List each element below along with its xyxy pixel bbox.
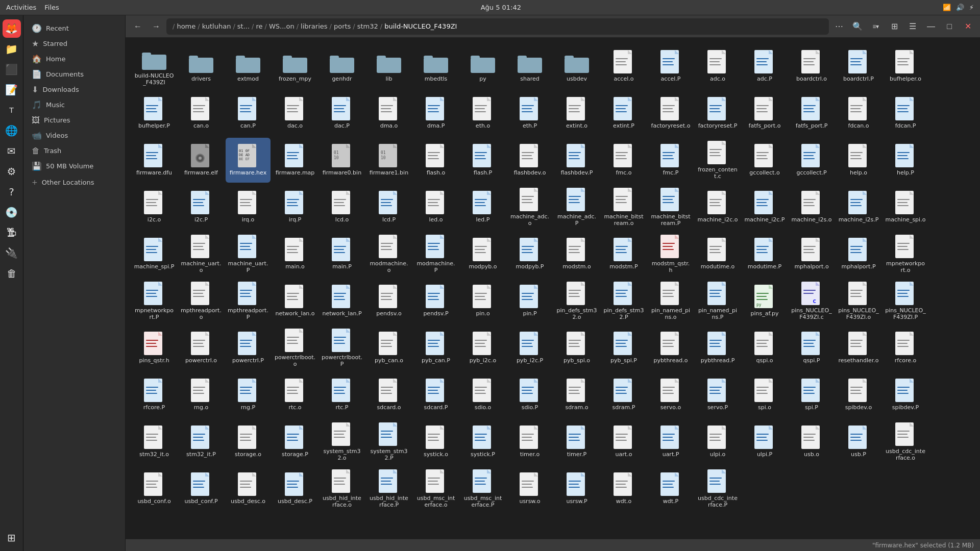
file-item[interactable]: systick.o (413, 419, 458, 464)
file-item[interactable]: powerctrl.P (226, 325, 271, 370)
file-item[interactable]: lcd.P (366, 185, 411, 230)
file-item[interactable]: machine_i2s.o (789, 185, 834, 230)
file-item[interactable]: drivers (179, 44, 224, 89)
file-item[interactable]: irq.P (273, 185, 317, 230)
file-item[interactable]: 01 10 firmware0.bin (320, 138, 364, 183)
file-item[interactable]: main.o (273, 232, 317, 277)
minimize-button[interactable]: — (923, 18, 939, 35)
file-item[interactable]: system_stm32.o (320, 419, 364, 464)
breadcrumb-kutluhan[interactable]: kutluhan (202, 22, 231, 30)
sidebar-item-music[interactable]: 🎵 Music (26, 97, 123, 112)
file-item[interactable]: powerctrlboot.o (273, 325, 317, 370)
file-item[interactable]: pendsv.P (413, 279, 458, 323)
breadcrumb-st[interactable]: st... (237, 22, 250, 30)
file-item[interactable]: 01 10 firmware1.bin (366, 138, 411, 183)
file-item[interactable]: genhdr (320, 44, 364, 89)
file-item[interactable]: firmware.dfu (132, 138, 177, 183)
file-item[interactable]: rtc.o (273, 372, 317, 417)
breadcrumb-home[interactable]: home (177, 22, 195, 30)
hamburger-menu-button[interactable]: ☰ (904, 18, 921, 35)
file-item[interactable]: mphalport.o (789, 232, 834, 277)
file-item[interactable]: pybthread.P (695, 325, 740, 370)
file-item[interactable]: sdram.P (601, 372, 646, 417)
file-item[interactable]: bufhelper.P (132, 91, 177, 136)
file-item[interactable]: machine_spi.o (883, 185, 928, 230)
file-item[interactable]: modpyb.o (460, 232, 505, 277)
file-item[interactable]: usbd_conf.o (132, 466, 177, 511)
file-item[interactable]: pyb_spi.o (554, 325, 599, 370)
file-item[interactable]: pins_NUCLEO_F439ZI.P (883, 279, 928, 323)
file-item[interactable]: firmware.map (273, 138, 317, 183)
file-item[interactable]: pendsv.o (366, 279, 411, 323)
file-item[interactable]: pins_NUCLEO_F439ZI.o (836, 279, 881, 323)
file-item[interactable]: timer.P (554, 419, 599, 464)
mail-icon[interactable]: ✉ (3, 142, 21, 160)
file-item[interactable]: fdcan.o (836, 91, 881, 136)
breadcrumb-stm32[interactable]: stm32 (357, 22, 378, 30)
file-item[interactable]: bufhelper.o (883, 44, 928, 89)
file-item[interactable]: pybthread.o (648, 325, 693, 370)
file-item[interactable]: dac.P (320, 91, 364, 136)
file-item[interactable]: spi.o (742, 372, 787, 417)
file-item[interactable]: extint.P (601, 91, 646, 136)
sidebar-item-starred[interactable]: ★ Starred (26, 36, 123, 51)
file-item[interactable]: flash.o (413, 138, 458, 183)
file-item[interactable]: adc.P (742, 44, 787, 89)
file-item[interactable]: usbd_msc_interface.o (413, 466, 458, 511)
overflow-menu-button[interactable]: ⋯ (831, 18, 847, 35)
file-item[interactable]: pin_named_pins.P (695, 279, 740, 323)
file-item[interactable]: rtc.P (320, 372, 364, 417)
file-item[interactable]: usbd_desc.o (226, 466, 271, 511)
file-item[interactable]: machine_bitstream.o (601, 185, 646, 230)
file-item[interactable]: sdcard.o (366, 372, 411, 417)
file-item[interactable]: main.P (320, 232, 364, 277)
close-button[interactable]: ✕ (960, 18, 976, 35)
sidebar-item-pictures[interactable]: 🖼 Pictures (26, 113, 123, 128)
sidebar-item-trash[interactable]: 🗑 Trash (26, 143, 123, 158)
file-item[interactable]: machine_i2c.o (695, 185, 740, 230)
sidebar-item-downloads[interactable]: ⬇ Downloads (26, 82, 123, 97)
file-item[interactable]: shared (507, 44, 552, 89)
file-item[interactable]: usbd_hid_interface.P (366, 466, 411, 511)
file-item[interactable]: pyb_i2c.P (507, 325, 552, 370)
file-item[interactable]: fmc.P (648, 138, 693, 183)
file-item[interactable]: usbd_hid_interface.o (320, 466, 364, 511)
file-item[interactable]: machine_uart.P (226, 232, 271, 277)
text-editor-icon[interactable]: 📝 (3, 81, 21, 99)
file-item[interactable]: usbdev (554, 44, 599, 89)
file-item[interactable]: pin.P (507, 279, 552, 323)
view-list-button[interactable]: ≡▾ (868, 18, 884, 35)
file-item[interactable]: system_stm32.P (366, 419, 411, 464)
file-item[interactable]: pin_defs_stm32.o (554, 279, 599, 323)
file-item[interactable]: factoryreset.o (648, 91, 693, 136)
file-item[interactable]: accel.o (601, 44, 646, 89)
file-item[interactable]: qspi.P (789, 325, 834, 370)
file-item[interactable]: usbd_cdc_interface.o (883, 419, 928, 464)
breadcrumb-ports[interactable]: ports (334, 22, 351, 30)
file-item[interactable]: machine_adc.o (507, 185, 552, 230)
settings-icon[interactable]: ⚙ (3, 162, 21, 181)
file-item[interactable]: rng.o (179, 372, 224, 417)
file-item[interactable]: can.P (226, 91, 271, 136)
file-item[interactable]: usbd_conf.P (179, 466, 224, 511)
file-item[interactable]: sdcard.P (413, 372, 458, 417)
file-item[interactable]: pyb_can.o (366, 325, 411, 370)
search-button[interactable]: 🔍 (849, 18, 866, 35)
file-item[interactable]: sdram.o (554, 372, 599, 417)
file-item[interactable]: irq.o (226, 185, 271, 230)
file-item[interactable]: extint.o (554, 91, 599, 136)
file-item[interactable]: powerctrl.o (179, 325, 224, 370)
file-item[interactable]: frozen_content.c (695, 138, 740, 183)
sidebar-item-other[interactable]: + Other Locations (26, 176, 123, 189)
file-item[interactable]: flashbdev.P (554, 138, 599, 183)
file-item[interactable]: modstm.P (601, 232, 646, 277)
file-item[interactable]: machine_i2c.P (742, 185, 787, 230)
file-item[interactable]: stm32_it.P (179, 419, 224, 464)
help-icon[interactable]: ? (3, 183, 21, 201)
breadcrumb-re[interactable]: re (256, 22, 262, 30)
view-grid-button[interactable]: ⊞ (886, 18, 902, 35)
file-item[interactable]: firmware.elf (179, 138, 224, 183)
file-item[interactable]: machine_bitstream.P (648, 185, 693, 230)
file-item[interactable]: ulpi.P (742, 419, 787, 464)
file-item[interactable]: 01 0F DE AD BE EF firmware.hex (226, 138, 271, 183)
